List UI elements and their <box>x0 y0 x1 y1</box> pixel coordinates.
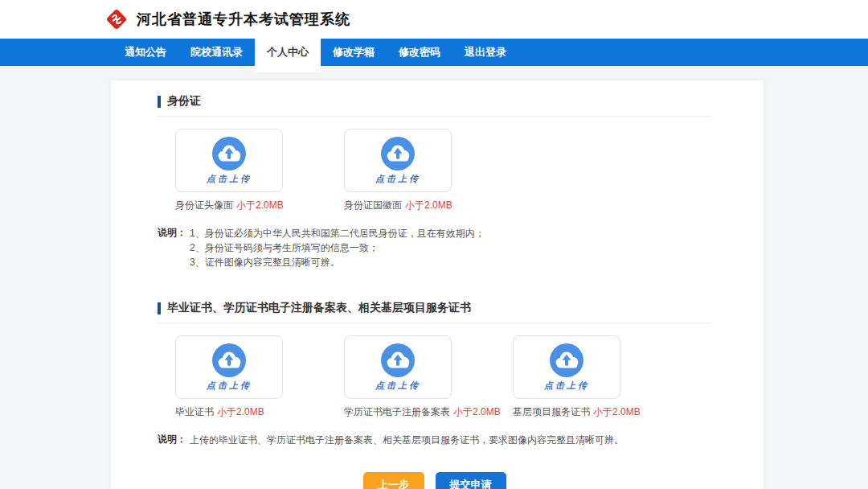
nav-tab-school-directory[interactable]: 院校通讯录 <box>178 39 255 66</box>
section-title: 毕业证书、学历证书电子注册备案表、相关基层项目服务证书 <box>167 301 471 315</box>
upload-col-diploma: 点击上传 毕业证书小于2.0MB <box>175 335 283 419</box>
note-line: 上传的毕业证书、学历证书电子注册备案表、相关基层项目服务证书，要求图像内容完整且… <box>190 433 624 447</box>
note-line: 2、身份证号码须与考生所填写的信息一致； <box>190 240 485 255</box>
nav-tab-logout[interactable]: 退出登录 <box>452 39 518 66</box>
upload-size-limit: 小于2.0MB <box>405 199 452 211</box>
upload-size-limit: 小于2.0MB <box>453 406 501 417</box>
upload-button-label: 点击上传 <box>207 173 252 185</box>
cloud-upload-icon <box>212 343 246 377</box>
upload-button-label: 点击上传 <box>375 380 420 392</box>
cloud-upload-icon <box>381 137 415 171</box>
upload-caption: 基层项目服务证书小于2.0MB <box>513 405 620 419</box>
upload-box-id-front[interactable]: 点击上传 <box>175 129 283 192</box>
nav-tab-personal-center[interactable]: 个人中心 <box>255 39 321 72</box>
upload-col-registration-form: 点击上传 学历证书电子注册备案表小于2.0MB <box>344 335 452 419</box>
upload-size-limit: 小于2.0MB <box>217 406 264 417</box>
form-actions: 上一步 提交申请 <box>158 472 711 489</box>
main-nav: 通知公告 院校通讯录 个人中心 修改学籍 修改密码 退出登录 <box>0 39 868 66</box>
page-background: 身份证 <box>0 66 868 489</box>
upload-col-id-front: 点击上传 身份证头像面小于2.0MB <box>175 129 283 212</box>
upload-size-limit: 小于2.0MB <box>236 199 284 211</box>
cloud-upload-icon <box>381 343 415 377</box>
upload-col-id-back: 点击上传 身份证国徽面小于2.0MB <box>344 129 452 212</box>
section-divider <box>158 323 711 323</box>
upload-name: 身份证国徽面 <box>344 199 402 211</box>
section-title: 身份证 <box>167 94 201 109</box>
section-accent-bar <box>158 96 161 108</box>
app-header: 河北省普通专升本考试管理系统 <box>0 0 868 39</box>
logo-icon <box>104 7 129 31</box>
note-line: 3、证件图像内容完整且清晰可辨。 <box>190 255 485 269</box>
nav-tab-edit-student-status[interactable]: 修改学籍 <box>321 39 387 66</box>
note-line: 1、身份证必须为中华人民共和国第二代居民身份证，且在有效期内； <box>190 226 485 240</box>
upload-name: 学历证书电子注册备案表 <box>344 406 450 417</box>
upload-button-label: 点击上传 <box>207 380 252 392</box>
notes-label: 说明： <box>158 226 186 269</box>
cloud-upload-icon <box>212 137 246 171</box>
upload-caption: 学历证书电子注册备案表小于2.0MB <box>344 405 452 419</box>
nav-tab-notices[interactable]: 通知公告 <box>113 39 178 66</box>
previous-step-button[interactable]: 上一步 <box>363 472 424 489</box>
upload-box-id-back[interactable]: 点击上传 <box>344 129 452 192</box>
upload-name: 毕业证书 <box>175 406 214 417</box>
upload-button-label: 点击上传 <box>544 380 589 392</box>
cloud-upload-icon <box>550 343 583 377</box>
section-notes: 说明： 上传的毕业证书、学历证书电子注册备案表、相关基层项目服务证书，要求图像内… <box>158 433 711 447</box>
submit-application-button[interactable]: 提交申请 <box>436 472 506 489</box>
nav-tab-change-password[interactable]: 修改密码 <box>387 39 452 66</box>
section-notes: 说明： 1、身份证必须为中华人民共和国第二代居民身份证，且在有效期内； 2、身份… <box>158 226 711 269</box>
section-accent-bar <box>158 302 161 314</box>
upload-box-registration-form[interactable]: 点击上传 <box>344 335 452 399</box>
section-id-card: 身份证 <box>158 94 711 269</box>
upload-name: 身份证头像面 <box>175 199 233 211</box>
upload-caption: 毕业证书小于2.0MB <box>175 405 283 419</box>
section-certificates: 毕业证书、学历证书电子注册备案表、相关基层项目服务证书 <box>158 301 711 447</box>
upload-col-service-certificate: 点击上传 基层项目服务证书小于2.0MB <box>513 335 620 419</box>
upload-name: 基层项目服务证书 <box>513 406 590 417</box>
upload-box-service-certificate[interactable]: 点击上传 <box>513 335 620 399</box>
page-title: 河北省普通专升本考试管理系统 <box>137 10 350 29</box>
upload-box-diploma[interactable]: 点击上传 <box>175 335 283 399</box>
upload-caption: 身份证头像面小于2.0MB <box>175 199 283 212</box>
notes-label: 说明： <box>158 433 186 447</box>
section-divider <box>158 116 711 117</box>
upload-caption: 身份证国徽面小于2.0MB <box>344 199 452 212</box>
content-card: 身份证 <box>111 80 764 489</box>
upload-size-limit: 小于2.0MB <box>593 406 641 417</box>
upload-button-label: 点击上传 <box>375 173 420 185</box>
